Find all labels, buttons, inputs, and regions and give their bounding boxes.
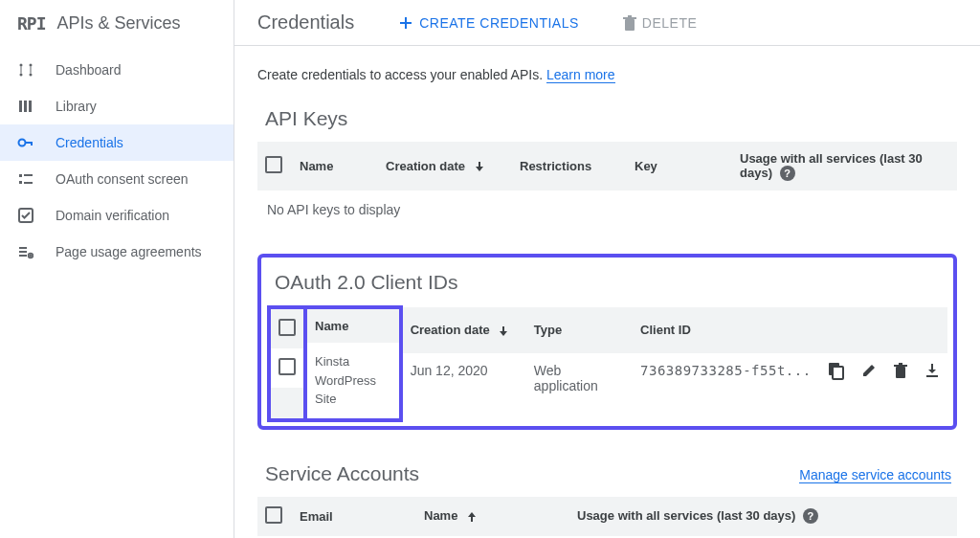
svg-rect-4 (19, 101, 22, 112)
create-credentials-label: CREATE CREDENTIALS (419, 15, 579, 31)
sidebar-item-domain-verification[interactable]: Domain verification (0, 197, 234, 234)
oauth-row-date: Jun 12, 2020 (401, 353, 526, 420)
api-keys-header-row: Name Creation date Restrictions Key Usag… (257, 142, 957, 191)
select-all-checkbox[interactable] (278, 319, 296, 336)
sidebar-item-library[interactable]: Library (0, 88, 234, 124)
sidebar-nav: Dashboard Library Credentials OAuth cons… (0, 52, 234, 270)
svg-rect-33 (471, 516, 473, 522)
svg-rect-15 (19, 247, 27, 249)
col-restrictions[interactable]: Restrictions (512, 142, 627, 191)
service-accounts-table: Email Name Usage with all services (last… (257, 497, 957, 536)
select-all-checkbox[interactable] (265, 156, 282, 173)
service-accounts-header-row: Email Name Usage with all services (last… (257, 497, 957, 536)
col-type[interactable]: Type (526, 307, 633, 353)
sidebar-item-label: Dashboard (56, 62, 122, 78)
svg-rect-24 (479, 162, 480, 168)
svg-rect-13 (24, 182, 33, 184)
sidebar-item-label: OAuth consent screen (56, 171, 189, 187)
col-creation-date[interactable]: Creation date (401, 307, 526, 353)
svg-point-0 (20, 64, 23, 67)
svg-rect-16 (19, 251, 27, 253)
oauth-clients-title: OAuth 2.0 Client IDs (275, 271, 947, 294)
sidebar-item-label: Library (56, 99, 97, 114)
copy-button[interactable] (829, 363, 844, 380)
api-keys-empty: No API keys to display (257, 191, 957, 229)
arrow-up-icon (465, 508, 479, 523)
svg-rect-29 (896, 367, 905, 378)
sidebar-title: APIs & Services (57, 13, 181, 34)
library-icon (17, 98, 34, 115)
svg-rect-23 (628, 15, 632, 17)
intro-text-body: Create credentials to access your enable… (257, 67, 546, 82)
col-name-label: Name (424, 508, 457, 523)
svg-rect-21 (623, 17, 636, 19)
col-name[interactable]: Name (416, 497, 569, 536)
svg-rect-27 (833, 367, 843, 379)
svg-rect-9 (31, 142, 33, 146)
sidebar-item-dashboard[interactable]: Dashboard (0, 52, 234, 88)
svg-point-7 (19, 140, 26, 146)
svg-rect-5 (24, 101, 27, 112)
delete-button[interactable]: DELETE (623, 15, 697, 31)
svg-point-3 (30, 74, 33, 77)
svg-point-1 (20, 74, 23, 77)
sidebar-item-label: Credentials (56, 135, 123, 150)
oauth-clients-header-row: Name Kinsta WordPress Site Creation date… (269, 307, 947, 353)
sidebar-item-oauth-consent[interactable]: OAuth consent screen (0, 161, 234, 197)
select-all-checkbox[interactable] (265, 506, 282, 524)
service-accounts-title: Service Accounts (265, 462, 419, 485)
section-oauth-clients: OAuth 2.0 Client IDs Name Kinsta WordPre… (257, 254, 957, 430)
sidebar-item-credentials[interactable]: Credentials (0, 124, 234, 161)
sidebar-item-page-usage-agreements[interactable]: Page usage agreements (0, 234, 234, 270)
learn-more-link[interactable]: Learn more (546, 67, 615, 83)
help-icon[interactable]: ? (780, 166, 795, 181)
svg-rect-28 (894, 365, 907, 367)
sidebar-header: RPI APIs & Services (0, 0, 234, 46)
content: Create credentials to access your enable… (234, 46, 980, 538)
col-usage-label: Usage with all services (last 30 days) (740, 151, 923, 180)
col-client-id[interactable]: Client ID (633, 307, 821, 353)
delete-row-button[interactable] (894, 363, 907, 380)
api-keys-table: Name Creation date Restrictions Key Usag… (257, 142, 957, 191)
agreements-icon (17, 243, 34, 260)
consent-screen-icon (17, 170, 34, 188)
col-creation-date[interactable]: Creation date (378, 142, 512, 191)
plus-icon (398, 15, 413, 31)
svg-rect-20 (400, 22, 412, 24)
svg-rect-17 (19, 255, 27, 257)
row-checkbox[interactable] (278, 358, 296, 375)
svg-rect-25 (502, 326, 504, 332)
dashboard-icon (17, 61, 34, 78)
col-usage[interactable]: Usage with all services (last 30 days) ? (569, 497, 957, 536)
section-service-accounts: Service Accounts Manage service accounts… (257, 455, 957, 539)
col-name[interactable]: Name (307, 309, 399, 343)
col-name[interactable]: Name (292, 142, 378, 191)
col-key[interactable]: Key (627, 142, 732, 191)
edit-button[interactable] (861, 363, 877, 380)
key-icon (17, 134, 34, 151)
oauth-row-client-id: 736389733285-f55t... (633, 353, 821, 420)
col-email[interactable]: Email (292, 497, 416, 536)
manage-service-accounts-link[interactable]: Manage service accounts (799, 467, 951, 483)
create-credentials-button[interactable]: CREATE CREDENTIALS (398, 15, 579, 31)
svg-rect-11 (24, 174, 33, 176)
api-keys-title: API Keys (265, 107, 957, 130)
page-title: Credentials (257, 11, 354, 34)
sidebar: RPI APIs & Services Dashboard Library (0, 0, 234, 538)
svg-rect-32 (926, 375, 938, 377)
svg-rect-30 (899, 363, 902, 365)
svg-rect-22 (625, 19, 635, 31)
col-usage[interactable]: Usage with all services (last 30 days) ? (732, 142, 957, 191)
check-icon (17, 207, 34, 224)
sidebar-item-label: Domain verification (56, 208, 169, 223)
main: Credentials CREATE CREDENTIALS DELETE Cr… (234, 0, 980, 538)
oauth-row-name[interactable]: Kinsta WordPress Site (307, 343, 399, 418)
col-creation-date-label: Creation date (411, 323, 490, 337)
svg-rect-12 (19, 181, 22, 184)
help-icon[interactable]: ? (803, 508, 818, 524)
svg-rect-6 (29, 101, 32, 112)
section-api-keys: API Keys Name Creation date Restrictions… (257, 107, 957, 229)
topbar: Credentials CREATE CREDENTIALS DELETE (234, 0, 980, 46)
download-button[interactable] (924, 363, 940, 380)
arrow-down-icon (473, 159, 486, 173)
